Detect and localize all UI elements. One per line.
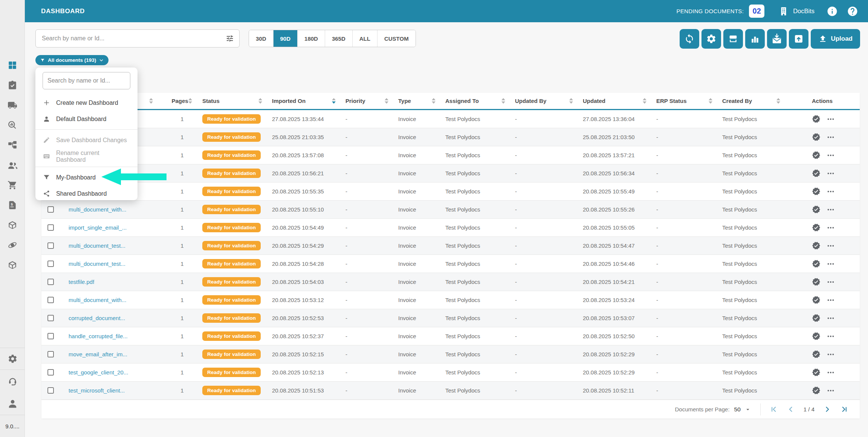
next-page-button[interactable] bbox=[824, 405, 831, 413]
sidebar-item-validation[interactable] bbox=[8, 80, 17, 90]
column-header-type[interactable]: Type bbox=[394, 93, 441, 109]
pending-documents-count[interactable]: 02 bbox=[749, 5, 764, 18]
table-row[interactable]: testfile.pdf1Ready for validation20.08.2… bbox=[41, 273, 860, 291]
sort-arrows-icon[interactable] bbox=[776, 98, 780, 104]
more-options-button[interactable] bbox=[827, 368, 835, 377]
table-row[interactable]: multi_document_with...1Ready for validat… bbox=[41, 291, 860, 309]
table-row[interactable]: test_google_client_20...1Ready for valid… bbox=[41, 363, 860, 382]
table-row[interactable]: move_email_after_im...1Ready for validat… bbox=[41, 345, 860, 363]
document-name-link[interactable]: multi_document_with... bbox=[69, 206, 126, 213]
validated-icon[interactable] bbox=[812, 332, 821, 340]
column-header-pages[interactable]: Pages bbox=[158, 93, 198, 109]
validated-icon[interactable] bbox=[812, 350, 821, 359]
validated-icon[interactable] bbox=[812, 241, 821, 250]
document-name-link[interactable]: multi_document_with... bbox=[69, 297, 126, 303]
menu-item-create-new-dashboard[interactable]: Create new Dashboard bbox=[35, 95, 138, 111]
table-row[interactable]: 1Ready for validation20.08.2025 10:55:35… bbox=[41, 182, 860, 201]
column-header-updated-by[interactable]: Updated By bbox=[510, 93, 578, 109]
sort-arrows-icon[interactable] bbox=[432, 98, 436, 104]
column-header-erp-status[interactable]: ERP Status bbox=[652, 93, 718, 109]
document-name-link[interactable]: multi_document_test... bbox=[69, 242, 125, 249]
row-checkbox[interactable] bbox=[47, 261, 54, 267]
more-options-button[interactable] bbox=[827, 224, 835, 232]
validated-icon[interactable] bbox=[812, 278, 821, 286]
validated-icon[interactable] bbox=[812, 259, 821, 268]
settings-button-toolbar[interactable] bbox=[701, 29, 721, 49]
table-row[interactable]: 1Ready for validation27.08.2025 13:35:44… bbox=[41, 110, 860, 128]
row-checkbox[interactable] bbox=[47, 297, 54, 303]
table-row[interactable]: corrupted_document...1Ready for validati… bbox=[41, 309, 860, 327]
range-button-90d[interactable]: 90D bbox=[273, 30, 298, 47]
row-checkbox[interactable] bbox=[47, 315, 54, 321]
email-import-button[interactable] bbox=[767, 29, 787, 49]
more-options-button[interactable] bbox=[827, 242, 835, 250]
table-row[interactable]: 1Ready for validation20.08.2025 10:56:21… bbox=[41, 164, 860, 182]
sidebar-item-integrations[interactable] bbox=[8, 240, 17, 250]
validated-icon[interactable] bbox=[812, 151, 821, 159]
row-checkbox[interactable] bbox=[47, 224, 54, 231]
sort-arrows-icon[interactable] bbox=[709, 98, 712, 104]
range-button-custom[interactable]: CUSTOM bbox=[377, 30, 416, 47]
table-row[interactable]: test_microsoft_client...1Ready for valid… bbox=[41, 382, 860, 400]
search-input[interactable] bbox=[42, 35, 226, 42]
sidebar-item-users[interactable] bbox=[8, 160, 17, 170]
validated-icon[interactable] bbox=[812, 296, 821, 304]
table-row[interactable]: import_single_email_...1Ready for valida… bbox=[41, 219, 860, 237]
document-name-link[interactable]: import_single_email_... bbox=[69, 224, 127, 231]
sidebar-item-dashboard[interactable] bbox=[8, 60, 17, 70]
document-name-link[interactable]: move_email_after_im... bbox=[69, 351, 127, 357]
document-name-link[interactable]: test_google_client_20... bbox=[69, 369, 128, 376]
column-header-imported-on[interactable]: Imported On bbox=[267, 93, 341, 109]
more-options-button[interactable] bbox=[827, 278, 835, 286]
filter-settings-icon[interactable] bbox=[226, 34, 234, 43]
document-name-link[interactable]: test_microsoft_client... bbox=[69, 387, 125, 394]
more-options-button[interactable] bbox=[827, 386, 835, 395]
dashboard-filter-pill[interactable]: All documents (193) bbox=[35, 55, 108, 65]
table-row[interactable]: multi_document_with...1Ready for validat… bbox=[41, 201, 860, 219]
validated-icon[interactable] bbox=[812, 223, 821, 232]
last-page-button[interactable] bbox=[840, 405, 848, 413]
column-header-created-by[interactable]: Created By bbox=[718, 93, 785, 109]
more-options-button[interactable] bbox=[827, 332, 835, 340]
row-checkbox[interactable] bbox=[47, 242, 54, 249]
row-checkbox[interactable] bbox=[47, 206, 54, 213]
sort-arrows-icon[interactable] bbox=[569, 98, 573, 104]
export-tray-button[interactable] bbox=[789, 29, 808, 49]
validated-icon[interactable] bbox=[812, 115, 821, 123]
validated-icon[interactable] bbox=[812, 368, 821, 377]
first-page-button[interactable] bbox=[770, 405, 778, 413]
document-name-link[interactable]: handle_corrupted_file... bbox=[69, 333, 128, 339]
sort-arrows-icon[interactable] bbox=[385, 98, 388, 104]
more-options-button[interactable] bbox=[827, 151, 835, 159]
menu-item-my-dashboard[interactable]: My-Dashboard bbox=[35, 169, 138, 186]
more-options-button[interactable] bbox=[827, 260, 835, 268]
document-name-link[interactable]: corrupted_document... bbox=[69, 315, 125, 321]
sort-arrows-icon[interactable] bbox=[332, 98, 336, 104]
more-options-button[interactable] bbox=[827, 350, 835, 359]
table-row[interactable]: handle_corrupted_file...1Ready for valid… bbox=[41, 327, 860, 345]
sidebar-item-analytics[interactable] bbox=[8, 120, 17, 130]
range-button-30d[interactable]: 30D bbox=[249, 30, 273, 47]
table-row[interactable]: 1Ready for validation20.08.2025 13:57:08… bbox=[41, 146, 860, 164]
validated-icon[interactable] bbox=[812, 133, 821, 141]
column-header-updated[interactable]: Updated bbox=[578, 93, 652, 109]
sort-arrows-icon[interactable] bbox=[258, 98, 262, 104]
analytics-button[interactable] bbox=[745, 29, 765, 49]
per-page-value[interactable]: 50 bbox=[734, 406, 741, 413]
validated-icon[interactable] bbox=[812, 314, 821, 322]
column-header-priority[interactable]: Priority bbox=[341, 93, 394, 109]
document-name-link[interactable]: multi_document_test... bbox=[69, 261, 125, 267]
row-checkbox[interactable] bbox=[47, 387, 54, 394]
row-checkbox[interactable] bbox=[47, 333, 54, 339]
more-options-button[interactable] bbox=[827, 314, 835, 322]
menu-item-default-dashboard[interactable]: Default Dashboard bbox=[35, 111, 138, 127]
more-options-button[interactable] bbox=[827, 133, 835, 141]
range-button-180d[interactable]: 180D bbox=[297, 30, 325, 47]
per-page-caret-icon[interactable] bbox=[744, 406, 751, 413]
validated-icon[interactable] bbox=[812, 205, 821, 214]
sort-arrows-icon[interactable] bbox=[188, 98, 192, 104]
document-name-link[interactable]: testfile.pdf bbox=[69, 279, 94, 285]
validated-icon[interactable] bbox=[812, 187, 821, 196]
help-icon[interactable] bbox=[847, 6, 858, 17]
support-button[interactable] bbox=[0, 370, 25, 392]
